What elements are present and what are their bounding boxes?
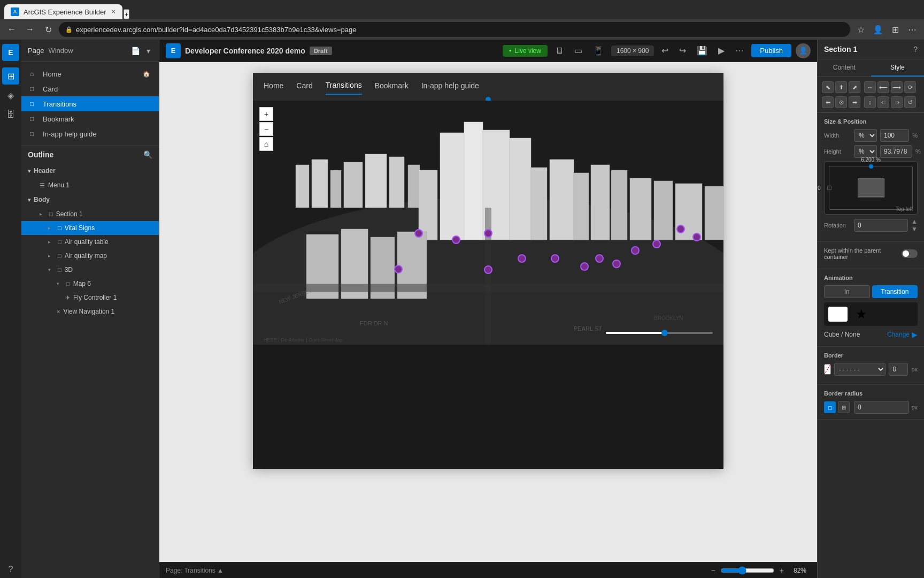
page-tab[interactable]: Page <box>28 47 44 55</box>
user-avatar[interactable]: 👤 <box>796 43 811 58</box>
save-button[interactable]: 💾 <box>694 43 711 58</box>
forward-button[interactable]: → <box>22 22 37 37</box>
address-bar[interactable]: 🔒 experiencedev.arcgis.com/builder?id=ad… <box>59 22 850 37</box>
bookmark-button[interactable]: ☆ <box>853 22 868 37</box>
expand-aqt[interactable]: ▸ <box>48 239 55 245</box>
outline-item-section1[interactable]: ▸ □ Section 1 <box>21 207 159 221</box>
page-item-transitions[interactable]: □ Transitions <box>21 96 159 111</box>
profile-button[interactable]: 👤 <box>871 22 886 37</box>
expand-map6[interactable]: ▾ <box>57 281 63 286</box>
preview-nav-card[interactable]: Card <box>296 77 312 94</box>
align-middle-left[interactable]: ⬅ <box>822 96 834 108</box>
width-type-select[interactable]: % px <box>854 129 877 142</box>
align-top-center[interactable]: ⬆ <box>835 81 847 93</box>
top-handle[interactable] <box>869 164 873 169</box>
timeline-thumb[interactable] <box>661 330 668 336</box>
preview-nav-transitions[interactable]: Transitions <box>326 77 362 95</box>
align-top-left[interactable]: ⬉ <box>822 81 834 93</box>
zoom-in-canvas-button[interactable]: + <box>776 565 787 576</box>
preview-nav-home[interactable]: Home <box>264 77 283 94</box>
preview-button[interactable]: ▶ <box>715 43 728 58</box>
tablet-button[interactable]: ▭ <box>571 43 586 58</box>
mobile-button[interactable]: 📱 <box>590 43 607 58</box>
publish-button[interactable]: Publish <box>751 44 791 57</box>
extensions-button[interactable]: ⊞ <box>888 22 903 37</box>
align-v1[interactable]: ⇐ <box>877 96 889 108</box>
page-item-bookmark[interactable]: □ Bookmark <box>21 111 159 126</box>
border-style-select[interactable]: - - - - - - —————— · · · · · · <box>834 363 886 376</box>
align-top-edge[interactable]: ⟳ <box>904 81 916 93</box>
rotation-stepper[interactable]: ▲▼ <box>911 218 918 233</box>
window-tab[interactable]: Window <box>48 47 73 55</box>
align-v2[interactable]: ⇒ <box>891 96 903 108</box>
page-item-card[interactable]: □ Card <box>21 81 159 96</box>
anim-tab-transition[interactable]: Transition <box>872 285 918 298</box>
height-input[interactable] <box>880 145 912 158</box>
page-item-help[interactable]: □ In-app help guide <box>21 126 159 141</box>
page-options-button[interactable]: ▾ <box>144 45 152 56</box>
rotation-input[interactable] <box>854 219 908 232</box>
sidebar-icon-help[interactable]: ? <box>2 561 19 578</box>
timeline-track[interactable] <box>606 332 713 334</box>
align-middle-right[interactable]: ➡ <box>849 96 860 108</box>
outline-group-body-btn[interactable]: ▾ Body <box>21 192 159 207</box>
zoom-slider[interactable] <box>721 566 774 575</box>
align-v3[interactable]: ↺ <box>904 96 916 108</box>
new-tab-button[interactable]: + <box>124 9 130 19</box>
style-tab[interactable]: Style <box>871 59 925 77</box>
canvas-area[interactable]: Home Card Transitions Bookmark In-app he… <box>159 62 817 562</box>
back-button[interactable]: ← <box>4 22 19 37</box>
preview-nav-help[interactable]: In-app help guide <box>421 77 479 94</box>
sidebar-icon-data[interactable]: 🗄 <box>2 106 19 123</box>
outline-item-map6[interactable]: ▾ □ Map 6 <box>21 277 159 291</box>
live-view-button[interactable]: Live view <box>503 45 548 57</box>
outline-item-3d[interactable]: ▾ □ 3D <box>21 263 159 277</box>
outline-item-fly-controller[interactable]: ✈ Fly Controller 1 <box>21 291 159 305</box>
align-left-edge[interactable]: ⟵ <box>877 81 889 93</box>
sidebar-icon-pages[interactable]: ⊞ <box>2 67 19 85</box>
animation-change-button[interactable]: Change ▶ <box>887 330 918 339</box>
home-view-button[interactable]: ⌂ <box>259 137 273 151</box>
zoom-out-button[interactable]: − <box>259 122 273 136</box>
width-input[interactable] <box>880 129 909 142</box>
preview-nav-bookmark[interactable]: Bookmark <box>375 77 409 94</box>
kept-within-toggle[interactable] <box>902 249 918 258</box>
border-width-input[interactable] <box>889 363 908 376</box>
align-right-edge[interactable]: ⟶ <box>891 81 903 93</box>
zoom-out-canvas-button[interactable]: − <box>708 565 719 576</box>
redo-button[interactable]: ↪ <box>676 43 689 58</box>
outline-group-header-btn[interactable]: ▾ Header <box>21 163 159 178</box>
device-size[interactable]: 1600 × 900 <box>611 45 654 56</box>
expand-section1[interactable]: ▸ <box>40 211 46 217</box>
desktop-button[interactable]: 🖥 <box>552 44 567 58</box>
border-color-swatch[interactable] <box>824 364 831 375</box>
page-item-home[interactable]: ⌂ Home 🏠 <box>21 66 159 81</box>
expand-vital-signs[interactable]: ▸ <box>48 225 55 231</box>
align-top-right[interactable]: ⬈ <box>849 81 860 93</box>
undo-button[interactable]: ↩ <box>658 43 672 58</box>
outline-search-button[interactable]: 🔍 <box>143 150 152 159</box>
outline-item-menu1[interactable]: ☰ Menu 1 <box>21 178 159 192</box>
align-stretch-v[interactable]: ↕ <box>864 96 876 108</box>
outline-item-vital-signs[interactable]: ▸ □ Vital Signs <box>21 221 159 235</box>
align-stretch-h[interactable]: ↔ <box>864 81 876 93</box>
expand-3d[interactable]: ▾ <box>48 267 55 272</box>
radius-all-corners[interactable]: ◻ <box>824 401 836 413</box>
outline-item-air-quality-map[interactable]: ▸ □ Air quality map <box>21 249 159 263</box>
add-page-button[interactable]: 📄 <box>129 45 142 56</box>
left-handle[interactable] <box>827 186 831 190</box>
radius-individual-corners[interactable]: ⊞ <box>838 401 850 413</box>
expand-aqm[interactable]: ▸ <box>48 253 55 258</box>
right-panel-help-button[interactable]: ? <box>913 45 918 54</box>
anim-tab-in[interactable]: In <box>824 285 870 298</box>
outline-item-view-navigation[interactable]: × View Navigation 1 <box>21 305 159 318</box>
browser-menu-button[interactable]: ⋯ <box>905 22 920 37</box>
border-radius-input[interactable] <box>854 401 909 414</box>
height-type-select[interactable]: % px <box>854 145 877 158</box>
content-tab[interactable]: Content <box>818 59 871 77</box>
active-tab[interactable]: A ArcGIS Experience Builder ✕ <box>4 4 122 19</box>
align-middle-center[interactable]: ⊙ <box>835 96 847 108</box>
zoom-in-button[interactable]: + <box>259 107 273 121</box>
refresh-button[interactable]: ↻ <box>41 22 56 37</box>
sidebar-icon-widgets[interactable]: ◈ <box>2 87 19 104</box>
